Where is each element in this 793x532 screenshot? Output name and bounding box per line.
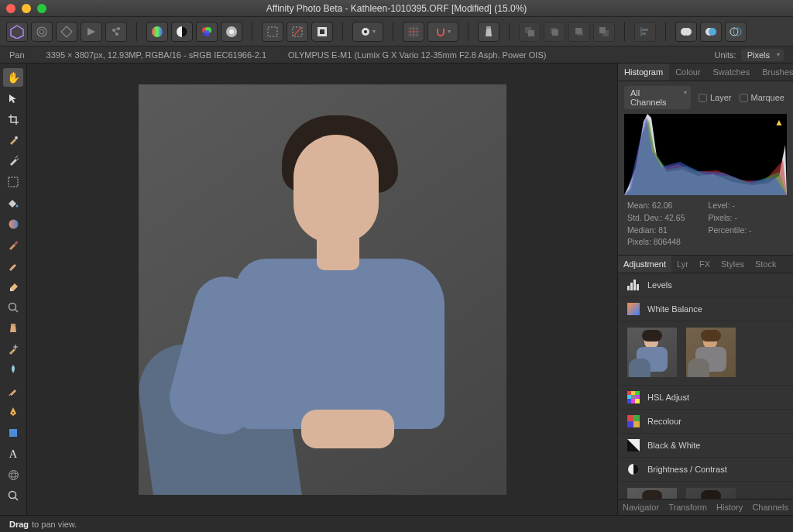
tab-swatches[interactable]: Swatches xyxy=(707,63,757,81)
erase-tool[interactable] xyxy=(3,277,23,296)
layer-checkbox[interactable]: Layer xyxy=(699,93,732,102)
document-canvas[interactable] xyxy=(139,84,506,495)
wheel-contrast-icon[interactable] xyxy=(171,22,193,42)
flood-fill-tool[interactable] xyxy=(3,194,23,212)
bc-preset-darker[interactable] xyxy=(686,488,736,499)
window-controls xyxy=(6,4,46,13)
text-tool[interactable]: A xyxy=(3,444,23,463)
tab-channels[interactable]: Channels xyxy=(748,499,791,515)
bc-preset-default[interactable] xyxy=(627,488,677,499)
zoom-window-button[interactable] xyxy=(37,4,46,13)
boolean-subtract-icon[interactable] xyxy=(700,22,722,42)
adjustment-levels[interactable]: Levels xyxy=(618,273,793,297)
channels-dropdown[interactable]: All Channels xyxy=(624,86,691,109)
quickmask-dropdown[interactable]: ▾ xyxy=(352,22,383,42)
brightness-presets xyxy=(618,482,793,499)
tab-transform[interactable]: Transform xyxy=(664,499,711,515)
adjustment-recolour[interactable]: Recolour xyxy=(618,410,793,434)
dodge-tool[interactable] xyxy=(3,361,23,379)
tab-navigator[interactable]: Navigator xyxy=(619,499,663,515)
svg-rect-40 xyxy=(642,29,648,31)
wheel-soft-icon[interactable] xyxy=(221,22,242,42)
arrange-forward-icon[interactable] xyxy=(568,22,590,42)
svg-rect-65 xyxy=(633,280,636,290)
arrange-front-icon[interactable] xyxy=(593,22,615,42)
status-hint: to pan view. xyxy=(32,520,77,529)
persona-photo-icon[interactable] xyxy=(6,22,28,42)
svg-point-56 xyxy=(12,412,14,414)
boolean-intersect-icon[interactable] xyxy=(725,22,747,42)
svg-line-62 xyxy=(15,498,19,501)
move-tool[interactable] xyxy=(3,89,23,108)
snap-dropdown[interactable]: ▾ xyxy=(427,22,458,42)
assistant-icon[interactable] xyxy=(478,22,499,42)
window-title: Affinity Photo Beta - Kathleen-1010395.O… xyxy=(0,3,793,14)
adjustment-brightness-contrast[interactable]: Brightness / Contrast xyxy=(618,458,793,482)
histogram-panel: All Channels Layer Marquee ▲ Mean: 62.06… xyxy=(618,81,793,255)
canvas-viewport[interactable] xyxy=(27,63,617,515)
tab-stock[interactable]: Stock xyxy=(750,256,782,273)
rectangle-shape-tool[interactable] xyxy=(3,424,23,442)
tab-history[interactable]: History xyxy=(712,499,747,515)
grid-icon[interactable] xyxy=(403,22,424,42)
brightness-icon xyxy=(627,463,640,475)
arrange-back-icon[interactable] xyxy=(519,22,541,42)
adjustment-label: Recolour xyxy=(647,417,681,426)
flood-select-tool[interactable] xyxy=(3,152,23,170)
healing-brush-tool[interactable] xyxy=(3,340,23,359)
svg-rect-66 xyxy=(637,284,639,290)
align-left-icon[interactable] xyxy=(634,22,656,42)
close-window-button[interactable] xyxy=(6,4,15,13)
marquee-checkbox[interactable]: Marquee xyxy=(740,93,784,102)
crop-tool[interactable] xyxy=(3,110,23,129)
svg-rect-67 xyxy=(627,303,640,315)
wheel-rgb-icon[interactable] xyxy=(196,22,218,42)
marquee-tool[interactable] xyxy=(3,173,23,191)
svg-point-61 xyxy=(9,492,16,499)
levels-icon xyxy=(627,279,640,291)
tab-adjustment[interactable]: Adjustment xyxy=(618,256,671,273)
tab-histogram[interactable]: Histogram xyxy=(618,63,669,81)
svg-rect-68 xyxy=(627,391,631,395)
svg-rect-41 xyxy=(642,33,646,35)
pan-tool[interactable]: ✋ xyxy=(3,68,23,87)
tab-layers[interactable]: Lyr xyxy=(671,256,694,273)
tab-styles[interactable]: Styles xyxy=(716,256,750,273)
selection-rect-icon[interactable] xyxy=(262,22,283,42)
persona-develop-icon[interactable] xyxy=(56,22,77,42)
wb-preset-default[interactable] xyxy=(627,328,677,377)
persona-export-icon[interactable] xyxy=(105,22,127,42)
gradient-tool[interactable] xyxy=(3,215,23,233)
boolean-add-icon[interactable] xyxy=(675,22,697,42)
camera-info-label: OLYMPUS E-M1 (Lumix G X Vario 12-35mm F2… xyxy=(288,50,546,60)
tab-brushes[interactable]: Brushes xyxy=(756,63,793,81)
adjustment-black-white[interactable]: Black & White xyxy=(618,434,793,458)
persona-tone-icon[interactable] xyxy=(81,22,102,42)
selection-invert-icon[interactable] xyxy=(311,22,333,42)
minimize-window-button[interactable] xyxy=(22,4,31,13)
arrange-backward-icon[interactable] xyxy=(544,22,565,42)
adjustment-label: Levels xyxy=(647,280,672,290)
zoom-out-tool[interactable] xyxy=(3,298,23,317)
wb-preset-warmer[interactable] xyxy=(686,328,736,377)
mesh-warp-tool[interactable] xyxy=(3,465,23,484)
clone-tool[interactable] xyxy=(3,319,23,338)
pen-tool[interactable] xyxy=(3,403,23,421)
adjustment-white-balance[interactable]: White Balance xyxy=(618,297,793,321)
selection-cancel-icon[interactable] xyxy=(287,22,308,42)
hsl-icon xyxy=(627,391,640,403)
units-dropdown[interactable]: Pixels xyxy=(741,49,784,61)
zoom-tool[interactable] xyxy=(3,486,23,505)
tab-fx[interactable]: FX xyxy=(694,256,716,273)
pixel-brush-tool[interactable] xyxy=(3,256,23,275)
context-toolbar: Pan 3395 × 3807px, 12.93MP, RGBA/16 - sR… xyxy=(0,46,793,63)
svg-rect-71 xyxy=(627,395,631,399)
brush-selection-tool[interactable] xyxy=(3,131,23,149)
smudge-tool[interactable] xyxy=(3,382,23,400)
tab-colour[interactable]: Colour xyxy=(669,63,706,81)
wheel-hue-icon[interactable] xyxy=(146,22,168,42)
persona-liquify-icon[interactable] xyxy=(31,22,53,42)
paint-brush-tool[interactable] xyxy=(3,235,23,254)
tool-palette: ✋ A xyxy=(0,63,27,515)
adjustment-hsl[interactable]: HSL Adjust xyxy=(618,386,793,410)
